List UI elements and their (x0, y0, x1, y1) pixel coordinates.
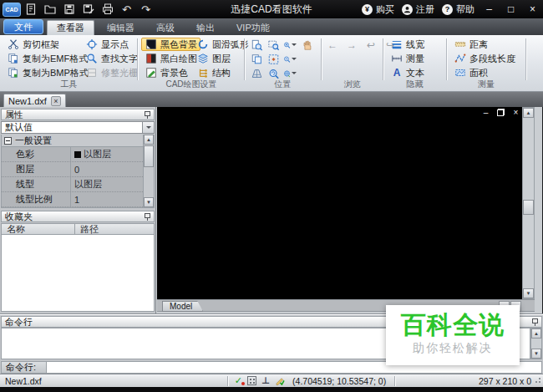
property-row-layer[interactable]: 图层 0 (2, 162, 143, 177)
draw-toggle-icon[interactable] (275, 375, 286, 387)
snap-toggle-icon[interactable]: ✓ (235, 376, 242, 385)
zoom-page-button[interactable] (249, 38, 264, 52)
preset-dropdown-button[interactable] (142, 122, 154, 133)
scrollbar-thumb[interactable] (523, 200, 534, 215)
zoom-in-button[interactable] (282, 38, 297, 52)
properties-scrollbar[interactable]: ▲ ▼ (143, 135, 154, 207)
grid-toggle-icon[interactable] (247, 376, 256, 385)
pin-icon[interactable] (145, 110, 150, 119)
scroll-up-icon[interactable]: ▲ (144, 135, 154, 145)
zoom-window-button[interactable] (266, 38, 281, 52)
document-tab-bar: New1.dxf × (0, 92, 543, 107)
open-file-button[interactable] (40, 2, 59, 17)
save-button[interactable] (59, 2, 79, 17)
favorites-list[interactable] (1, 235, 155, 312)
scrollbar-thumb[interactable] (144, 145, 154, 167)
buy-button[interactable]: ¥ 购买 (362, 3, 394, 16)
tab-advanced[interactable]: 高级 (147, 20, 184, 35)
new-file-button[interactable] (21, 2, 40, 17)
property-row-color[interactable]: 色彩 以图层 (2, 147, 143, 162)
pin-icon[interactable] (145, 212, 150, 221)
measure-group-title: 测量 (449, 79, 524, 90)
cut-frame-icon (7, 38, 20, 51)
favorites-name-column[interactable]: 名称 (2, 224, 75, 234)
show-point-button[interactable]: 显示点 (82, 38, 141, 51)
pin-icon[interactable] (532, 318, 538, 326)
redo-button[interactable]: ↷ (136, 2, 155, 17)
drawing-area: – × ▲ ▼ Model ◄ ► (157, 107, 535, 312)
tab-viewer[interactable]: 查看器 (47, 20, 94, 35)
mdi-close-button[interactable]: × (511, 108, 520, 117)
show-point-label: 显示点 (101, 38, 129, 51)
browse-back-button[interactable]: ← (325, 38, 340, 52)
model-tab[interactable]: Model (162, 301, 203, 312)
document-tab-close-icon[interactable]: × (51, 96, 61, 106)
tab-vip[interactable]: VIP功能 (227, 20, 279, 35)
ribbon-group-hide: 线宽 测量 A 文本 隐藏 (385, 35, 444, 91)
favorites-panel-title: 收藏夹 (5, 211, 33, 223)
tab-editor[interactable]: 编辑器 (98, 20, 144, 35)
command-scrollbar[interactable]: ▲ ▼ (530, 328, 542, 359)
maximize-button[interactable]: □ (504, 3, 518, 17)
line-width-button[interactable]: 线宽 (387, 38, 428, 51)
file-menu-button[interactable]: 文件 (3, 19, 43, 34)
hide-text-button[interactable]: A 文本 (387, 66, 428, 79)
browse-forward-button[interactable]: → (344, 38, 359, 52)
app-logo-icon[interactable]: CAD (3, 3, 21, 17)
collapse-icon[interactable] (4, 137, 12, 145)
user-icon (402, 4, 413, 15)
background-color-button[interactable]: 背景色 (141, 66, 200, 79)
resize-grip[interactable] (534, 378, 540, 384)
copy-bmp-button[interactable]: 复制为BMP格式 (3, 66, 92, 79)
property-row-linetype-scale[interactable]: 线型比例 1 (2, 192, 143, 207)
distance-button[interactable]: 距离 (450, 38, 519, 51)
print-button[interactable] (98, 2, 117, 17)
property-row-linetype[interactable]: 线型 以图层 (2, 177, 143, 192)
zoom-extents-button[interactable] (266, 53, 281, 66)
close-button[interactable]: × (525, 3, 540, 17)
find-text-button[interactable]: 查找文字 (82, 52, 141, 65)
help-button[interactable]: ? 帮助 (442, 3, 474, 16)
ortho-toggle-icon[interactable]: ⊥ (261, 376, 270, 385)
preset-dropdown[interactable]: 默认值 (1, 121, 155, 134)
scroll-up-icon[interactable]: ▲ (531, 328, 541, 339)
drawing-canvas[interactable] (157, 107, 522, 299)
polyline-length-button[interactable]: 多段线长度 (450, 52, 519, 65)
document-tab[interactable]: New1.dxf × (3, 94, 66, 107)
zoom-out-dropdown-arrow (292, 58, 297, 60)
pan-button[interactable] (299, 38, 314, 52)
copy-emf-button[interactable]: 复制为EMF格式 (3, 52, 92, 65)
copy-view-button[interactable] (249, 53, 264, 66)
mdi-minimize-button[interactable]: – (481, 108, 490, 117)
tab-output-label: 输出 (196, 22, 215, 34)
favorites-path-column[interactable]: 路径 (75, 223, 99, 236)
structure-label: 结构 (212, 67, 231, 79)
scroll-down-icon[interactable]: ▼ (531, 349, 541, 359)
register-button[interactable]: 注册 (402, 3, 434, 16)
scroll-up-icon[interactable]: ▲ (523, 108, 534, 118)
property-group-general[interactable]: 一般设置 (2, 135, 154, 147)
pan-hand-icon (301, 39, 313, 51)
tab-output[interactable]: 输出 (187, 20, 224, 35)
bw-drawing-button[interactable]: 黑白绘图 (141, 52, 200, 65)
minimize-button[interactable]: – (482, 3, 496, 17)
undo-button[interactable]: ↶ (117, 2, 136, 17)
trim-raster-button[interactable]: 修整光栅 (82, 66, 141, 79)
mdi-restore-button[interactable] (496, 108, 505, 117)
scroll-down-icon[interactable]: ▼ (144, 197, 154, 207)
area-button[interactable]: 面积 (450, 66, 519, 79)
black-background-button[interactable]: 黑色背景 (141, 38, 200, 51)
world-view-dropdown-arrow (292, 72, 297, 74)
zoom-out-button[interactable] (282, 53, 297, 66)
save-as-button[interactable] (79, 2, 98, 17)
mdi-window-controls: – × (481, 108, 520, 117)
save-icon (63, 3, 76, 16)
scroll-down-icon[interactable]: ▼ (523, 288, 534, 298)
previous-view-button[interactable]: ↩ (363, 38, 378, 52)
redo-icon: ↷ (141, 4, 150, 15)
hide-measure-button[interactable]: 测量 (387, 52, 428, 65)
bw-drawing-icon (145, 52, 158, 65)
cut-frame-label: 剪切框架 (23, 38, 59, 51)
canvas-vertical-scrollbar[interactable]: ▲ ▼ (522, 107, 535, 299)
cut-frame-button[interactable]: 剪切框架 (3, 38, 92, 51)
